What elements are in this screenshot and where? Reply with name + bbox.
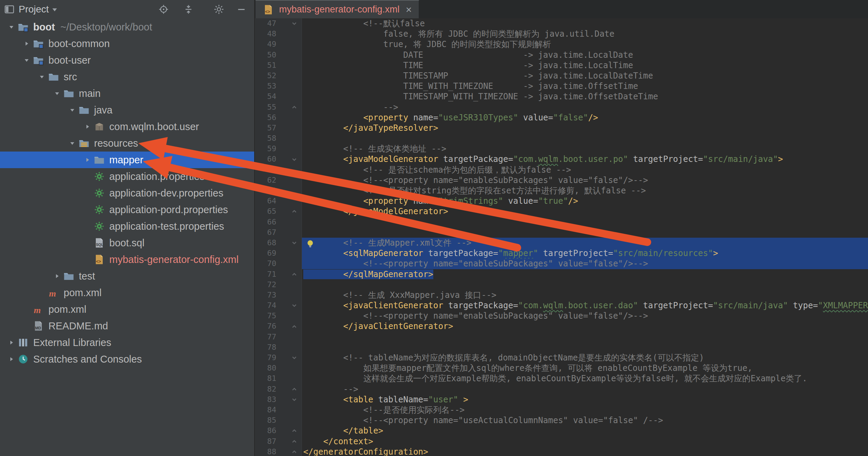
tree-item-scratches-and-consoles[interactable]: Scratches and Consoles — [0, 351, 254, 367]
code-line-text[interactable]: 如果想要mapper配置文件加入sql的where条件查询, 可以将 enabl… — [302, 363, 868, 373]
fold-up-icon[interactable] — [276, 206, 302, 217]
tree-item-boot-sql[interactable]: SQLboot.sql — [0, 235, 254, 251]
tree-item-application-test-properties[interactable]: application-test.properties — [0, 218, 254, 235]
chevron-right-icon[interactable] — [51, 268, 63, 284]
intention-bulb-icon[interactable] — [305, 239, 315, 249]
code-line-text[interactable]: <property name="useJSR310Types" value="f… — [302, 112, 868, 123]
code-line-text[interactable]: <!--<property name="useActualColumnNames… — [302, 415, 868, 426]
code-line-text[interactable] — [302, 342, 868, 353]
fold-down-icon[interactable] — [276, 300, 302, 311]
minimize-icon[interactable] — [236, 3, 247, 15]
chevron-down-icon[interactable] — [21, 52, 33, 69]
code-line-text[interactable]: </context> — [302, 436, 868, 447]
code-line-text[interactable]: <javaModelGenerator targetPackage="com.w… — [302, 154, 868, 164]
tree-item-java[interactable]: java — [0, 102, 254, 118]
chevron-down-icon[interactable] — [36, 69, 48, 85]
tree-item-resources[interactable]: resources — [0, 135, 254, 152]
code-line-text[interactable]: <!-- 是否针对string类型的字段在set方法中进行修剪, 默认false… — [302, 185, 868, 196]
fold-up-icon[interactable] — [276, 436, 302, 447]
fold-up-icon[interactable] — [276, 384, 302, 394]
code-line-text[interactable]: <sqlMapGenerator targetPackage="mapper" … — [302, 248, 868, 258]
locate-icon[interactable] — [158, 3, 169, 15]
tree-item-boot-common[interactable]: boot-common — [0, 35, 254, 52]
code-line-text[interactable]: </javaTypeResolver> — [302, 123, 868, 133]
chevron-down-icon[interactable] — [51, 85, 63, 102]
tree-item-pom-xml[interactable]: mpom.xml — [0, 301, 254, 318]
code-line-text[interactable]: <!--<property name="enableSubPackages" v… — [302, 175, 868, 185]
code-line-text[interactable] — [302, 280, 868, 290]
code-line-text[interactable]: --> — [302, 102, 868, 112]
chevron-down-icon[interactable] — [49, 3, 61, 15]
code-line-text[interactable]: </generatorConfiguration> — [302, 447, 868, 456]
code-line-text[interactable]: <!-- 生成 XxxMapper.java 接口--> — [302, 290, 868, 300]
code-line-text[interactable]: </javaClientGenerator> — [302, 321, 868, 331]
fold-down-icon[interactable] — [276, 18, 302, 29]
chevron-down-icon[interactable] — [66, 135, 78, 152]
code-line-text[interactable]: TIMESTAMP -> java.time.LocalDateTime — [302, 71, 868, 81]
chevron-down-icon[interactable] — [6, 19, 17, 35]
code-line-text[interactable]: <!--是否使用实际列名--> — [302, 405, 868, 415]
code-line-text[interactable]: <!-- 生成实体类地址 --> — [302, 144, 868, 154]
gear-icon[interactable] — [213, 3, 225, 15]
tree-item-com-wqlm-boot-user[interactable]: com.wqlm.boot.user — [0, 118, 254, 135]
tree-item-boot-user[interactable]: boot-user — [0, 52, 254, 69]
tree-item-application-dev-properties[interactable]: application-dev.properties — [0, 185, 254, 201]
code-line-text[interactable]: </sqlMapGenerator> — [302, 269, 868, 280]
code-line-text[interactable]: </javaModelGenerator> — [302, 206, 868, 217]
code-line-text[interactable]: <property name="trimStrings" value="true… — [302, 196, 868, 206]
code-line-text[interactable]: TIME_WITH_TIMEZONE -> java.time.OffsetTi… — [302, 81, 868, 91]
code-line-text[interactable] — [302, 133, 868, 144]
code-line-text[interactable]: <!-- 是否让schema作为包的后缀，默认为false --> — [302, 165, 868, 175]
code-line-text[interactable] — [302, 332, 868, 342]
tree-item-application-pord-properties[interactable]: application-pord.properties — [0, 201, 254, 218]
panel-title[interactable]: Project — [19, 4, 49, 15]
code-line-text[interactable]: 这样就会生成一个对应Example帮助类, enableCountByExamp… — [302, 373, 868, 384]
fold-up-icon[interactable] — [276, 447, 302, 456]
tree-item-boot[interactable]: boot~/Desktop/work/boot — [0, 19, 254, 35]
code-line-text[interactable] — [302, 227, 868, 238]
tool-window-icon[interactable] — [3, 3, 15, 15]
code-line-text[interactable]: <!--默认false — [302, 18, 868, 29]
collapse-all-icon[interactable] — [183, 3, 194, 15]
code-line-text[interactable]: false, 将所有 JDBC 的时间类型解析为 java.util.Date — [302, 29, 868, 39]
fold-up-icon[interactable] — [276, 102, 302, 112]
code-line-text[interactable]: </table> — [302, 426, 868, 436]
code-line-text[interactable]: DATE -> java.time.LocalDate — [302, 50, 868, 60]
fold-up-icon[interactable] — [276, 426, 302, 436]
chevron-right-icon[interactable] — [82, 152, 93, 168]
chevron-right-icon[interactable] — [6, 334, 17, 351]
tree-item-pom-xml[interactable]: mpom.xml — [0, 284, 254, 301]
code-line-text[interactable]: <!--<property name="enableSubPackages" v… — [302, 311, 868, 321]
code-line-text[interactable]: --> — [302, 384, 868, 394]
code-line-text[interactable] — [302, 217, 868, 227]
fold-down-icon[interactable] — [276, 394, 302, 405]
code-line-text[interactable]: <!-- 生成Mapper.xml文件 --> — [302, 238, 868, 248]
chevron-down-icon[interactable] — [66, 102, 78, 118]
code-line-text[interactable]: <table tableName="user" > — [302, 394, 868, 405]
tree-item-mybatis-generator-config-xml[interactable]: <>mybatis-generator-config.xml — [0, 251, 254, 268]
tree-item-external-libraries[interactable]: External Libraries — [0, 334, 254, 351]
fold-down-icon[interactable] — [276, 238, 302, 248]
editor-tab[interactable]: <> mybatis-generator-config.xml × — [256, 0, 419, 18]
chevron-right-icon[interactable] — [21, 35, 33, 52]
code-line-text[interactable]: TIME -> java.time.LocalTime — [302, 60, 868, 71]
tab-close-icon[interactable]: × — [406, 4, 412, 16]
tree-item-application-properties[interactable]: application.properties — [0, 168, 254, 185]
code-line-text[interactable]: <!--<property name="enableSubPackages" v… — [302, 258, 868, 269]
chevron-right-icon[interactable] — [6, 351, 17, 367]
tree-item-main[interactable]: main — [0, 85, 254, 102]
fold-up-icon[interactable] — [276, 269, 302, 280]
fold-up-icon[interactable] — [276, 321, 302, 331]
code-line-text[interactable]: TIMESTAMP_WITH_TIMEZONE -> java.time.Off… — [302, 91, 868, 102]
code-line-text[interactable]: <javaClientGenerator targetPackage="com.… — [302, 300, 868, 311]
tree-item-readme-md[interactable]: MDREADME.md — [0, 318, 254, 334]
chevron-right-icon[interactable] — [82, 118, 93, 135]
code-line-text[interactable]: <!-- tableName为对应的数据库表名, domainObjectNam… — [302, 353, 868, 363]
tree-item-mapper[interactable]: mapper — [0, 152, 254, 168]
fold-down-icon[interactable] — [276, 154, 302, 164]
tree-item-test[interactable]: test — [0, 268, 254, 284]
fold-down-icon[interactable] — [276, 353, 302, 363]
editor-pane[interactable]: 47 <!--默认false48 false, 将所有 JDBC 的时间类型解析… — [255, 18, 868, 456]
tree-item-src[interactable]: src — [0, 69, 254, 85]
code-line-text[interactable]: true, 将 JDBC 的时间类型按如下规则解析 — [302, 39, 868, 49]
